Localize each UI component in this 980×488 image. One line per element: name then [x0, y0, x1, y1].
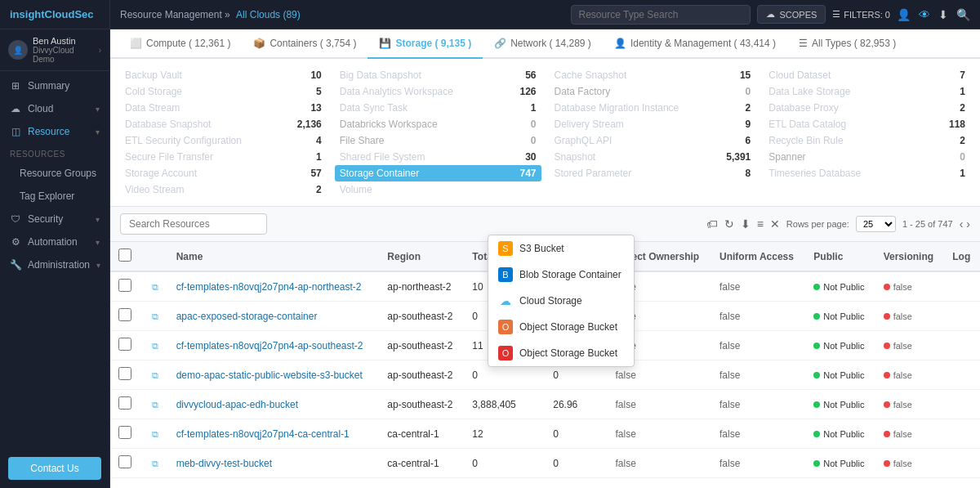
res-type-data-lake[interactable]: Data Lake Storage 1 [764, 83, 970, 100]
row-link-cell[interactable]: ⧉ [140, 390, 167, 419]
scopes-button[interactable]: ☁ SCOPES [757, 5, 826, 24]
res-type-database-proxy[interactable]: Database Proxy 2 [764, 100, 970, 116]
res-type-data-stream[interactable]: Data Stream 13 [120, 100, 327, 116]
tab-compute[interactable]: ⬜ Compute ( 12,361 ) [118, 29, 242, 59]
external-link-icon[interactable]: ⧉ [152, 311, 158, 321]
res-type-recycle-bin[interactable]: Recycle Bin Rule 2 [764, 132, 970, 149]
sidebar-item-cloud[interactable]: ☁ Cloud ▾ [0, 97, 109, 120]
res-type-cloud-dataset[interactable]: Cloud Dataset 7 [764, 67, 970, 83]
dropdown-item-s3[interactable]: S S3 Bucket [488, 235, 634, 262]
row-checkbox-cell[interactable] [110, 302, 140, 331]
res-type-big-data-snapshot[interactable]: Big Data Snapshot 56 [335, 67, 541, 83]
tab-identity[interactable]: 👤 Identity & Management ( 43,414 ) [603, 29, 787, 59]
resource-name[interactable]: demo-apac-static-public-website-s3-bucke… [176, 369, 363, 381]
res-type-spanner[interactable]: Spanner 0 [764, 149, 970, 165]
row-link-cell[interactable]: ⧉ [140, 419, 167, 449]
res-type-timeseries[interactable]: Timeseries Database 1 [764, 165, 970, 181]
resource-name[interactable]: apac-exposed-storage-container [176, 311, 318, 322]
res-type-shared-file-system[interactable]: Shared File System 30 [335, 149, 541, 165]
res-type-backup-vault[interactable]: Backup Vault 10 [120, 67, 327, 83]
next-page-button[interactable]: › [966, 217, 970, 231]
col-log[interactable]: Log [944, 242, 980, 271]
row-link-cell[interactable]: ⧉ [140, 360, 167, 390]
tab-network[interactable]: 🔗 Network ( 14,289 ) [483, 29, 603, 59]
external-link-icon[interactable]: ⧉ [152, 400, 158, 410]
resource-name[interactable]: cf-templates-n8ovqj2o7pn4-ca-central-1 [176, 428, 350, 440]
res-type-delivery-stream[interactable]: Delivery Stream 9 [550, 116, 756, 132]
tag-icon[interactable]: 🏷 [706, 217, 718, 231]
select-all-checkbox[interactable] [118, 248, 131, 262]
res-type-storage-account[interactable]: Storage Account 57 [120, 165, 327, 181]
res-type-video-stream[interactable]: Video Stream 2 [120, 181, 327, 198]
res-type-secure-file-transfer[interactable]: Secure File Transfer 1 [120, 149, 327, 165]
row-checkbox-cell[interactable] [110, 360, 140, 390]
search-resources-input[interactable] [120, 213, 267, 235]
close-icon[interactable]: ✕ [770, 217, 780, 231]
dropdown-item-cloud-storage[interactable]: ☁ Cloud Storage [488, 288, 634, 314]
refresh-icon[interactable]: ↻ [724, 217, 734, 231]
row-checkbox[interactable] [118, 308, 131, 321]
row-checkbox-cell[interactable] [110, 331, 140, 360]
filters-button[interactable]: ☰ FILTERS: 0 [832, 9, 890, 20]
prev-page-button[interactable]: ‹ [960, 217, 964, 231]
col-checkbox[interactable] [110, 242, 140, 271]
tab-storage[interactable]: 💾 Storage ( 9,135 ) [368, 29, 483, 59]
external-link-icon[interactable]: ⧉ [152, 370, 158, 380]
row-checkbox-cell[interactable] [110, 271, 140, 302]
res-type-storage-container[interactable]: Storage Container 747 [335, 165, 541, 181]
row-link-cell[interactable]: ⧉ [140, 331, 167, 360]
dropdown-item-obj2[interactable]: O Object Storage Bucket [488, 340, 634, 366]
row-checkbox[interactable] [118, 396, 131, 410]
res-type-cold-storage[interactable]: Cold Storage 5 [120, 83, 327, 100]
res-type-data-factory[interactable]: Data Factory 0 [550, 83, 756, 100]
list-view-icon[interactable]: ≡ [757, 217, 764, 231]
external-link-icon[interactable]: ⧉ [152, 429, 158, 439]
row-checkbox[interactable] [118, 455, 131, 468]
res-type-database-migration[interactable]: Database Migration Instance 2 [550, 100, 756, 116]
row-checkbox[interactable] [118, 426, 131, 439]
user-profile[interactable]: 👤 Ben Austin DivvyCloud Demo › [0, 29, 109, 71]
download-icon[interactable]: ⬇ [938, 8, 948, 21]
sidebar-item-administration[interactable]: 🔧 Administration ▾ [0, 253, 109, 276]
sidebar-item-resource[interactable]: ◫ Resource ▾ [0, 120, 109, 143]
res-type-etl-security[interactable]: ETL Security Configuration 4 [120, 132, 327, 149]
res-type-snapshot[interactable]: Snapshot 5,391 [550, 149, 756, 165]
dropdown-item-blob[interactable]: B Blob Storage Container [488, 262, 634, 288]
row-checkbox[interactable] [118, 338, 131, 351]
sidebar-item-security[interactable]: 🛡 Security ▾ [0, 208, 109, 231]
col-name[interactable]: Name [168, 242, 380, 271]
row-link-cell[interactable]: ⧉ [140, 302, 167, 331]
col-uniform-access[interactable]: Uniform Access [711, 242, 805, 271]
external-link-icon[interactable]: ⧉ [152, 459, 158, 468]
rows-per-page-select[interactable]: 25 50 100 [856, 216, 896, 232]
res-type-etl-catalog[interactable]: ETL Data Catalog 118 [764, 116, 970, 132]
tab-all-types[interactable]: ☰ All Types ( 82,953 ) [787, 29, 907, 59]
col-region[interactable]: Region [379, 242, 464, 271]
row-checkbox-cell[interactable] [110, 419, 140, 449]
resource-name[interactable]: cf-templates-n8ovqj2o7pn4-ap-northeast-2 [176, 281, 362, 293]
row-checkbox[interactable] [118, 279, 131, 292]
search-icon[interactable]: 🔍 [956, 8, 970, 21]
res-type-databricks[interactable]: Databricks Workspace 0 [335, 116, 541, 132]
sidebar-item-resource-groups[interactable]: Resource Groups [0, 162, 109, 185]
row-checkbox[interactable] [118, 367, 131, 380]
row-checkbox-cell[interactable] [110, 390, 140, 419]
resource-name[interactable]: meb-divvy-test-bucket [176, 458, 272, 469]
download-table-icon[interactable]: ⬇ [741, 217, 751, 231]
sidebar-item-automation[interactable]: ⚙ Automation ▾ [0, 231, 109, 253]
dropdown-item-obj1[interactable]: O Object Storage Bucket [488, 314, 634, 340]
res-type-volume[interactable]: Volume [335, 181, 541, 198]
col-versioning[interactable]: Versioning [875, 242, 945, 271]
res-type-cache-snapshot[interactable]: Cache Snapshot 15 [550, 67, 756, 83]
breadcrumb-link[interactable]: All Clouds (89) [236, 9, 301, 20]
user-icon[interactable]: 👤 [897, 8, 911, 21]
eye-icon[interactable]: 👁 [919, 8, 930, 21]
res-type-graphql[interactable]: GraphQL API 6 [550, 132, 756, 149]
col-public[interactable]: Public [805, 242, 875, 271]
external-link-icon[interactable]: ⧉ [152, 282, 158, 292]
resource-name[interactable]: divvycloud-apac-edh-bucket [176, 399, 298, 410]
resource-name[interactable]: cf-templates-n8ovqj2o7pn4-ap-southeast-2 [176, 340, 363, 351]
res-type-data-sync[interactable]: Data Sync Task 1 [335, 100, 541, 116]
external-link-icon[interactable]: ⧉ [152, 341, 158, 351]
sidebar-item-summary[interactable]: ⊞ Summary [0, 74, 109, 97]
